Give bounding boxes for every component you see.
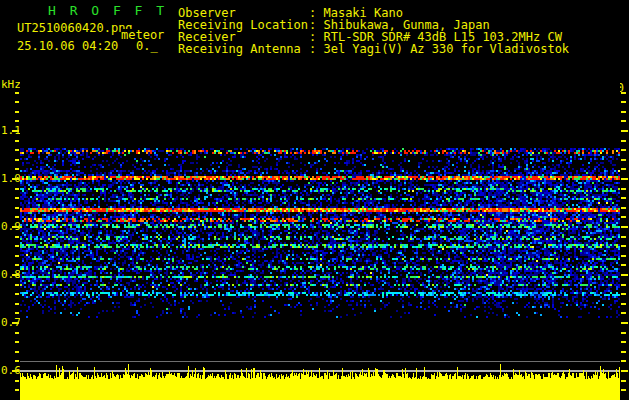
tick-mark [621, 226, 628, 228]
tick-mark [12, 322, 19, 324]
tick-mark [621, 332, 626, 334]
tick-mark [621, 178, 628, 180]
tick-mark [15, 389, 19, 391]
tick-mark [621, 380, 626, 382]
overlay-label-meteor: meteor [121, 29, 164, 41]
tick-mark [621, 120, 626, 122]
tick-mark [621, 341, 626, 343]
tick-mark [621, 168, 626, 170]
tick-mark [621, 111, 626, 113]
tick-mark [621, 389, 626, 391]
tick-mark [12, 178, 19, 180]
tick-mark [621, 293, 626, 295]
tick-mark [15, 236, 19, 238]
tick-mark [621, 159, 626, 161]
tick-mark [15, 101, 19, 103]
tick-mark [15, 159, 19, 161]
tick-mark [15, 293, 19, 295]
info-label: Receiving Antenna [178, 43, 309, 55]
tick-mark [15, 312, 19, 314]
tick-mark [621, 101, 626, 103]
tick-mark [621, 130, 628, 132]
tick-mark [15, 245, 19, 247]
info-value: 3el Yagi(V) Az 330 for Vladivostok [323, 42, 569, 56]
tick-mark [15, 188, 19, 190]
y-axis-unit-khz: kHz [1, 79, 21, 90]
tick-mark [15, 149, 19, 151]
tick-mark [621, 197, 626, 199]
datetime-label: 25.10.06 04:20 [17, 40, 118, 52]
tick-mark [621, 322, 628, 324]
tick-mark [15, 168, 19, 170]
tick-mark [621, 140, 626, 142]
tick-mark [15, 303, 19, 305]
tick-mark [15, 120, 19, 122]
tick-mark [15, 284, 19, 286]
tick-mark [15, 360, 19, 362]
tick-mark [621, 264, 626, 266]
tick-mark [15, 111, 19, 113]
tick-mark [15, 264, 19, 266]
tick-mark [12, 130, 19, 132]
tick-mark [621, 312, 626, 314]
tick-mark [15, 92, 19, 94]
spectrogram-filename: UT2510060420.png [17, 22, 133, 34]
tick-mark [621, 216, 626, 218]
tick-mark [621, 92, 626, 94]
spectrogram-canvas [20, 80, 620, 400]
tick-mark [15, 332, 19, 334]
hrofft-screen: H R O F F T UT2510060420.png meteor 25.1… [0, 0, 629, 400]
tick-mark [621, 207, 626, 209]
tick-mark [15, 207, 19, 209]
tick-mark [621, 149, 626, 151]
tick-mark [15, 216, 19, 218]
tick-mark [15, 341, 19, 343]
tick-mark [621, 236, 626, 238]
info-row-antenna: Receiving Antenna: 3el Yagi(V) Az 330 fo… [178, 43, 569, 55]
tick-mark [621, 245, 626, 247]
tick-mark [621, 360, 626, 362]
tick-mark [15, 380, 19, 382]
tick-mark [621, 303, 626, 305]
tick-mark [621, 188, 626, 190]
app-title: H R O F F T [48, 4, 167, 17]
tick-mark [621, 274, 628, 276]
tick-mark [621, 284, 626, 286]
tick-mark [12, 226, 19, 228]
tick-mark [15, 255, 19, 257]
tick-mark [15, 351, 19, 353]
tick-mark [15, 197, 19, 199]
tick-mark [12, 274, 19, 276]
tick-mark [621, 351, 626, 353]
tick-mark [12, 370, 19, 372]
tick-mark [621, 255, 626, 257]
tick-mark [621, 370, 628, 372]
tick-mark [15, 140, 19, 142]
